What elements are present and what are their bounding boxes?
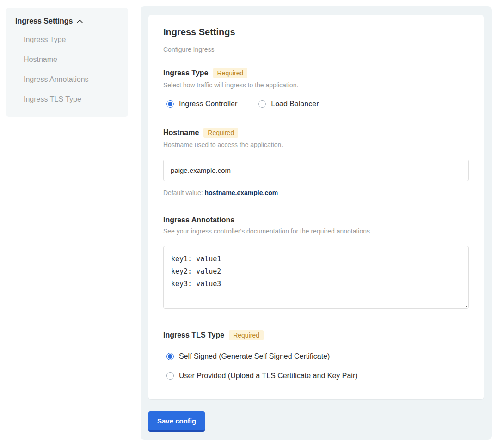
hostname-default-line: Default value: hostname.example.com bbox=[163, 189, 469, 196]
config-nav-sidebar: Ingress Settings Ingress Type Hostname I… bbox=[6, 8, 128, 117]
radio-label: User Provided (Upload a TLS Certificate … bbox=[179, 372, 358, 380]
section-header: Hostname Required bbox=[163, 128, 469, 138]
default-value-label: Default value: bbox=[163, 189, 203, 196]
sidebar-item-ingress-tls-type[interactable]: Ingress TLS Type bbox=[24, 95, 119, 104]
required-badge: Required bbox=[213, 68, 248, 78]
section-ingress-tls-type: Ingress TLS Type Required Self Signed (G… bbox=[163, 330, 469, 380]
radio-option-self-signed[interactable]: Self Signed (Generate Self Signed Certif… bbox=[166, 352, 469, 361]
card-title: Ingress Settings bbox=[163, 27, 469, 37]
section-header: Ingress Annotations bbox=[163, 216, 469, 224]
radio-label: Load Balancer bbox=[271, 100, 319, 108]
radio-label: Self Signed (Generate Self Signed Certif… bbox=[179, 352, 330, 361]
hostname-input[interactable] bbox=[163, 160, 469, 181]
section-help-text: Select how traffic will ingress to the a… bbox=[163, 81, 469, 89]
chevron-up-icon bbox=[77, 19, 83, 23]
radio-self-signed[interactable] bbox=[166, 353, 174, 360]
section-label-ingress-type: Ingress Type bbox=[163, 69, 209, 77]
section-label-ingress-tls-type: Ingress TLS Type bbox=[163, 331, 224, 339]
card-subtitle: Configure Ingress bbox=[163, 46, 469, 53]
required-badge: Required bbox=[203, 128, 238, 138]
required-badge: Required bbox=[229, 330, 264, 340]
sidebar-group-label: Ingress Settings bbox=[15, 17, 73, 25]
radio-load-balancer[interactable] bbox=[258, 100, 266, 108]
radio-option-user-provided[interactable]: User Provided (Upload a TLS Certificate … bbox=[166, 372, 469, 380]
config-main-panel: Ingress Settings Configure Ingress Ingre… bbox=[141, 6, 492, 440]
sidebar-item-ingress-annotations[interactable]: Ingress Annotations bbox=[24, 75, 119, 84]
section-help-text: Hostname used to access the application. bbox=[163, 141, 469, 148]
save-config-button[interactable]: Save config bbox=[148, 411, 205, 430]
tls-type-radio-group: Self Signed (Generate Self Signed Certif… bbox=[166, 352, 469, 380]
sidebar-item-hostname[interactable]: Hostname bbox=[24, 55, 119, 64]
section-header: Ingress Type Required bbox=[163, 68, 469, 78]
radio-ingress-controller[interactable] bbox=[166, 100, 174, 108]
radio-label: Ingress Controller bbox=[179, 100, 237, 108]
radio-option-ingress-controller[interactable]: Ingress Controller bbox=[166, 100, 237, 108]
radio-user-provided[interactable] bbox=[166, 372, 174, 380]
section-header: Ingress TLS Type Required bbox=[163, 330, 469, 340]
radio-option-load-balancer[interactable]: Load Balancer bbox=[258, 100, 319, 108]
ingress-type-radio-group: Ingress Controller Load Balancer bbox=[166, 100, 469, 108]
section-ingress-type: Ingress Type Required Select how traffic… bbox=[163, 68, 469, 108]
section-help-text: See your ingress controller's documentat… bbox=[163, 227, 469, 235]
section-hostname: Hostname Required Hostname used to acces… bbox=[163, 128, 469, 196]
section-ingress-annotations: Ingress Annotations See your ingress con… bbox=[163, 216, 469, 311]
section-label-ingress-annotations: Ingress Annotations bbox=[163, 216, 234, 224]
default-value-text: hostname.example.com bbox=[205, 189, 278, 196]
config-card: Ingress Settings Configure Ingress Ingre… bbox=[148, 15, 484, 399]
sidebar-group-ingress-settings[interactable]: Ingress Settings bbox=[15, 17, 119, 25]
section-label-hostname: Hostname bbox=[163, 129, 199, 137]
annotations-textarea[interactable]: key1: value1 key2: value2 key3: value3 bbox=[163, 246, 469, 309]
page-layout: Ingress Settings Ingress Type Hostname I… bbox=[0, 0, 504, 448]
sidebar-item-ingress-type[interactable]: Ingress Type bbox=[24, 36, 119, 44]
